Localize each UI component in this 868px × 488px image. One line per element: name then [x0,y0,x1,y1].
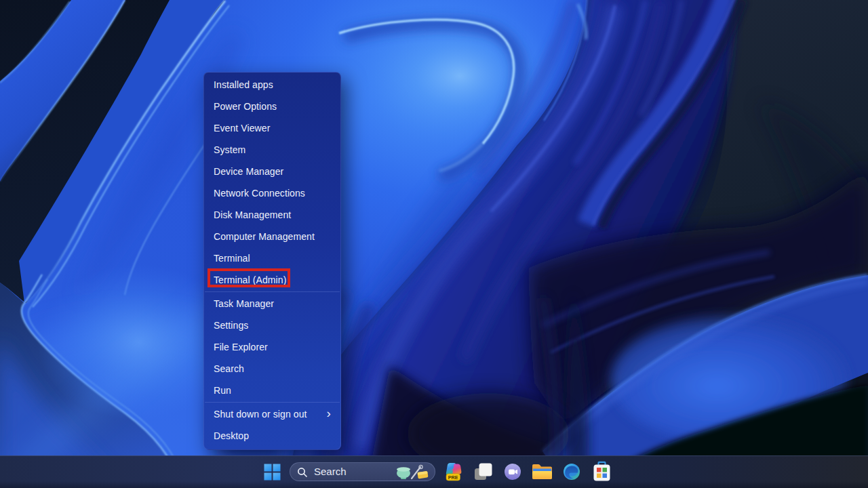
svg-text:PRE: PRE [448,474,458,481]
